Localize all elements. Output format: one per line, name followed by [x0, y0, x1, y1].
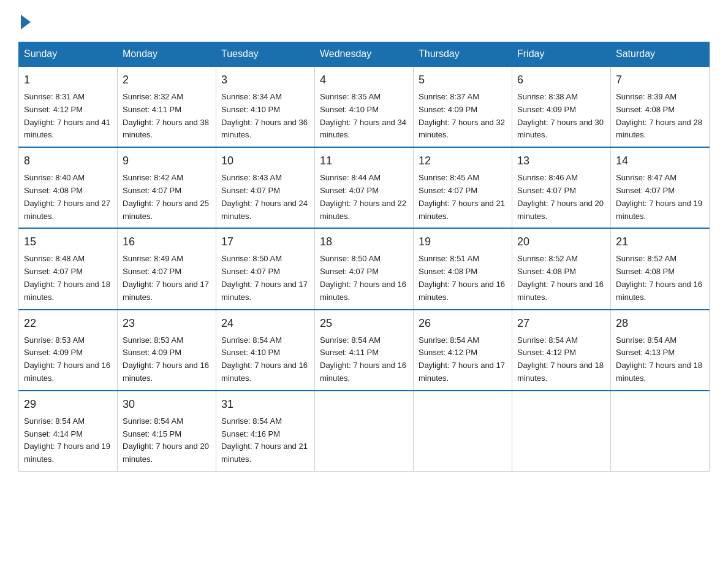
day-info: Sunrise: 8:53 AMSunset: 4:09 PMDaylight:… [123, 334, 211, 385]
day-info: Sunrise: 8:47 AMSunset: 4:07 PMDaylight:… [616, 172, 704, 223]
day-info: Sunrise: 8:50 AMSunset: 4:07 PMDaylight:… [320, 253, 408, 304]
day-info: Sunrise: 8:50 AMSunset: 4:07 PMDaylight:… [221, 253, 309, 304]
calendar-day-cell: 5 Sunrise: 8:37 AMSunset: 4:09 PMDayligh… [414, 66, 512, 147]
day-info: Sunrise: 8:45 AMSunset: 4:07 PMDaylight:… [419, 172, 507, 223]
day-info: Sunrise: 8:51 AMSunset: 4:08 PMDaylight:… [419, 253, 507, 304]
day-number: 23 [123, 315, 211, 332]
day-number: 17 [221, 234, 309, 250]
calendar-day-cell: 3 Sunrise: 8:34 AMSunset: 4:10 PMDayligh… [216, 66, 315, 147]
calendar-week-row: 8 Sunrise: 8:40 AMSunset: 4:08 PMDayligh… [19, 147, 710, 228]
day-info: Sunrise: 8:31 AMSunset: 4:12 PMDaylight:… [24, 91, 112, 142]
day-number: 28 [616, 315, 704, 332]
calendar-day-cell: 19 Sunrise: 8:51 AMSunset: 4:08 PMDaylig… [414, 228, 512, 309]
day-info: Sunrise: 8:48 AMSunset: 4:07 PMDaylight:… [24, 253, 112, 304]
calendar-day-cell: 30 Sunrise: 8:54 AMSunset: 4:15 PMDaylig… [118, 391, 216, 472]
logo-arrow-icon [21, 15, 31, 29]
day-info: Sunrise: 8:54 AMSunset: 4:12 PMDaylight:… [517, 334, 605, 385]
day-number: 20 [517, 234, 605, 250]
day-number: 19 [419, 234, 507, 250]
day-number: 13 [517, 153, 605, 169]
calendar-day-cell: 2 Sunrise: 8:32 AMSunset: 4:11 PMDayligh… [118, 66, 216, 147]
day-number: 27 [517, 315, 605, 332]
calendar-day-cell: 27 Sunrise: 8:54 AMSunset: 4:12 PMDaylig… [512, 310, 611, 391]
header-day-thursday: Thursday [414, 42, 512, 67]
day-info: Sunrise: 8:53 AMSunset: 4:09 PMDaylight:… [24, 334, 112, 385]
day-number: 26 [419, 315, 507, 332]
calendar-day-cell: 20 Sunrise: 8:52 AMSunset: 4:08 PMDaylig… [512, 228, 611, 309]
calendar-day-cell: 12 Sunrise: 8:45 AMSunset: 4:07 PMDaylig… [414, 147, 512, 228]
day-info: Sunrise: 8:54 AMSunset: 4:12 PMDaylight:… [419, 334, 507, 385]
day-number: 7 [616, 72, 704, 88]
calendar-day-cell: 21 Sunrise: 8:52 AMSunset: 4:08 PMDaylig… [611, 228, 710, 309]
calendar-day-cell: 10 Sunrise: 8:43 AMSunset: 4:07 PMDaylig… [216, 147, 315, 228]
day-info: Sunrise: 8:34 AMSunset: 4:10 PMDaylight:… [221, 91, 309, 142]
header-day-saturday: Saturday [611, 42, 710, 67]
calendar-day-cell: 29 Sunrise: 8:54 AMSunset: 4:14 PMDaylig… [19, 391, 118, 472]
calendar-day-cell: 13 Sunrise: 8:46 AMSunset: 4:07 PMDaylig… [512, 147, 611, 228]
calendar-day-cell: 18 Sunrise: 8:50 AMSunset: 4:07 PMDaylig… [315, 228, 414, 309]
calendar-day-cell: 24 Sunrise: 8:54 AMSunset: 4:10 PMDaylig… [216, 310, 315, 391]
calendar-day-cell: 22 Sunrise: 8:53 AMSunset: 4:09 PMDaylig… [19, 310, 118, 391]
day-info: Sunrise: 8:52 AMSunset: 4:08 PMDaylight:… [616, 253, 704, 304]
calendar-day-cell: 14 Sunrise: 8:47 AMSunset: 4:07 PMDaylig… [611, 147, 710, 228]
day-number: 25 [320, 315, 408, 332]
calendar-day-cell: 16 Sunrise: 8:49 AMSunset: 4:07 PMDaylig… [118, 228, 216, 309]
day-number: 24 [221, 315, 309, 332]
day-info: Sunrise: 8:42 AMSunset: 4:07 PMDaylight:… [123, 172, 211, 223]
day-info: Sunrise: 8:44 AMSunset: 4:07 PMDaylight:… [320, 172, 408, 223]
calendar-day-cell: 31 Sunrise: 8:54 AMSunset: 4:16 PMDaylig… [216, 391, 315, 472]
day-info: Sunrise: 8:46 AMSunset: 4:07 PMDaylight:… [517, 172, 605, 223]
day-number: 16 [123, 234, 211, 250]
calendar-day-cell [611, 391, 710, 472]
calendar-day-cell: 17 Sunrise: 8:50 AMSunset: 4:07 PMDaylig… [216, 228, 315, 309]
day-number: 1 [24, 72, 112, 88]
calendar-day-cell [315, 391, 414, 472]
calendar-day-cell: 7 Sunrise: 8:39 AMSunset: 4:08 PMDayligh… [611, 66, 710, 147]
day-number: 9 [123, 153, 211, 169]
day-info: Sunrise: 8:49 AMSunset: 4:07 PMDaylight:… [123, 253, 211, 304]
day-info: Sunrise: 8:52 AMSunset: 4:08 PMDaylight:… [517, 253, 605, 304]
day-number: 31 [221, 396, 309, 413]
calendar-week-row: 1 Sunrise: 8:31 AMSunset: 4:12 PMDayligh… [19, 66, 710, 147]
day-number: 3 [221, 72, 309, 88]
day-number: 22 [24, 315, 112, 332]
day-info: Sunrise: 8:54 AMSunset: 4:13 PMDaylight:… [616, 334, 704, 385]
calendar-header-row: SundayMondayTuesdayWednesdayThursdayFrid… [19, 42, 710, 67]
day-number: 4 [320, 72, 408, 88]
day-number: 29 [24, 396, 112, 413]
day-info: Sunrise: 8:38 AMSunset: 4:09 PMDaylight:… [517, 91, 605, 142]
day-number: 2 [123, 72, 211, 88]
calendar-table: SundayMondayTuesdayWednesdayThursdayFrid… [18, 42, 710, 472]
header-day-monday: Monday [118, 42, 216, 67]
calendar-day-cell: 25 Sunrise: 8:54 AMSunset: 4:11 PMDaylig… [315, 310, 414, 391]
header-day-friday: Friday [512, 42, 611, 67]
day-info: Sunrise: 8:40 AMSunset: 4:08 PMDaylight:… [24, 172, 112, 223]
day-info: Sunrise: 8:43 AMSunset: 4:07 PMDaylight:… [221, 172, 309, 223]
day-info: Sunrise: 8:54 AMSunset: 4:16 PMDaylight:… [221, 415, 309, 466]
day-info: Sunrise: 8:39 AMSunset: 4:08 PMDaylight:… [616, 91, 704, 142]
calendar-week-row: 15 Sunrise: 8:48 AMSunset: 4:07 PMDaylig… [19, 228, 710, 309]
header-day-wednesday: Wednesday [315, 42, 414, 67]
day-info: Sunrise: 8:35 AMSunset: 4:10 PMDaylight:… [320, 91, 408, 142]
day-number: 14 [616, 153, 704, 169]
day-number: 30 [123, 396, 211, 413]
day-info: Sunrise: 8:32 AMSunset: 4:11 PMDaylight:… [123, 91, 211, 142]
calendar-day-cell [414, 391, 512, 472]
calendar-day-cell: 23 Sunrise: 8:53 AMSunset: 4:09 PMDaylig… [118, 310, 216, 391]
calendar-week-row: 29 Sunrise: 8:54 AMSunset: 4:14 PMDaylig… [19, 391, 710, 472]
calendar-day-cell: 4 Sunrise: 8:35 AMSunset: 4:10 PMDayligh… [315, 66, 414, 147]
day-info: Sunrise: 8:54 AMSunset: 4:10 PMDaylight:… [221, 334, 309, 385]
day-info: Sunrise: 8:54 AMSunset: 4:14 PMDaylight:… [24, 415, 112, 466]
day-info: Sunrise: 8:37 AMSunset: 4:09 PMDaylight:… [419, 91, 507, 142]
calendar-day-cell [512, 391, 611, 472]
calendar-day-cell: 11 Sunrise: 8:44 AMSunset: 4:07 PMDaylig… [315, 147, 414, 228]
day-number: 15 [24, 234, 112, 250]
day-number: 21 [616, 234, 704, 250]
logo [18, 12, 33, 29]
page-header [18, 12, 710, 29]
day-number: 5 [419, 72, 507, 88]
day-number: 10 [221, 153, 309, 169]
calendar-day-cell: 8 Sunrise: 8:40 AMSunset: 4:08 PMDayligh… [19, 147, 118, 228]
header-day-tuesday: Tuesday [216, 42, 315, 67]
header-day-sunday: Sunday [19, 42, 118, 67]
